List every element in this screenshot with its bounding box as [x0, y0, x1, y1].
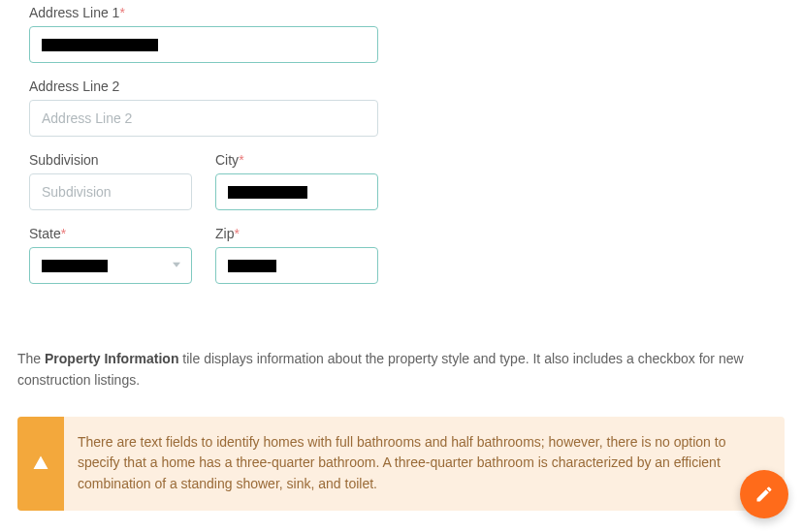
state-select[interactable] [29, 247, 192, 284]
required-asterisk: * [234, 226, 239, 241]
address-form: Address Line 1* Address Line 2 Subdivisi… [0, 0, 802, 319]
required-asterisk: * [61, 226, 66, 241]
required-asterisk: * [119, 5, 124, 20]
label-text: Address Line 2 [29, 78, 119, 94]
label-text: State [29, 226, 61, 241]
address-line-1-label: Address Line 1* [29, 5, 773, 20]
zip-group: Zip* [215, 226, 378, 284]
address-line-2-label: Address Line 2 [29, 78, 773, 94]
city-group: City* [215, 152, 378, 210]
warning-triangle-icon [32, 454, 49, 472]
warning-alert-body: There are text fields to identify homes … [64, 417, 785, 511]
state-group: State* [29, 226, 192, 284]
redacted-value [42, 39, 158, 51]
edit-fab-button[interactable] [740, 470, 788, 511]
warning-alert: There are text fields to identify homes … [17, 417, 785, 511]
address-line-1-input[interactable] [29, 26, 378, 63]
label-text: Address Line 1 [29, 5, 119, 20]
redacted-value [228, 186, 307, 199]
text-prefix: The [17, 351, 45, 366]
warning-icon-column [17, 417, 64, 511]
state-label: State* [29, 226, 192, 241]
subdivision-label: Subdivision [29, 152, 192, 168]
label-text: City [215, 152, 239, 168]
text-strong: Property Information [45, 351, 178, 366]
address-line-2-group: Address Line 2 [29, 78, 773, 137]
city-label: City* [215, 152, 378, 168]
zip-input[interactable] [215, 247, 378, 284]
required-asterisk: * [239, 152, 243, 168]
address-line-1-group: Address Line 1* [29, 5, 773, 63]
label-text: Zip [215, 226, 234, 241]
pencil-icon [754, 485, 774, 504]
subdivision-input[interactable] [29, 173, 192, 210]
property-info-description: The Property Information tile displays i… [0, 348, 802, 391]
label-text: Subdivision [29, 152, 99, 168]
subdivision-group: Subdivision [29, 152, 192, 210]
address-line-2-input[interactable] [29, 100, 378, 137]
zip-label: Zip* [215, 226, 378, 241]
city-input[interactable] [215, 173, 378, 210]
redacted-value [42, 260, 108, 272]
redacted-value [228, 260, 276, 272]
